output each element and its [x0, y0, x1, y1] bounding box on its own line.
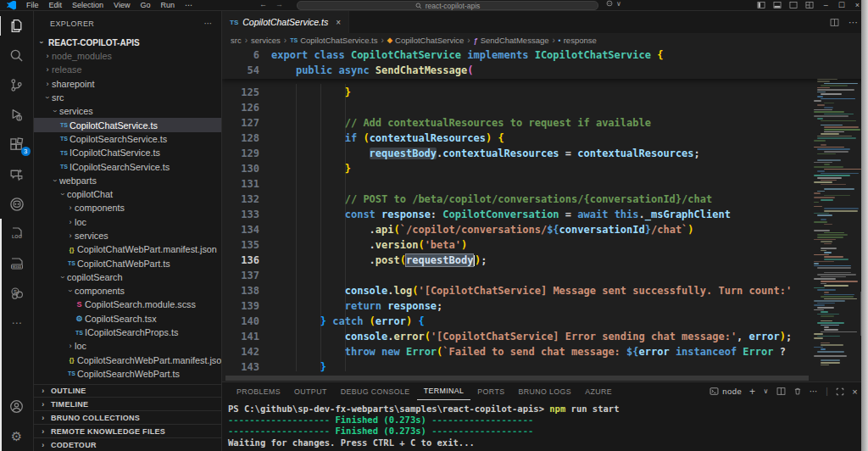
- breadcrumb-item-copilotchatservice.ts[interactable]: TSCopilotChatService.ts: [290, 36, 377, 45]
- tree-item-copilotchat[interactable]: ›copilotChat: [34, 187, 221, 201]
- tree-item-services[interactable]: ›services: [34, 104, 221, 118]
- code-line-128[interactable]: 128 if (contextualResources) {: [222, 131, 868, 146]
- minimize-button[interactable]: –: [824, 1, 828, 9]
- toggle-secondary-sidebar-icon[interactable]: [789, 1, 798, 9]
- explorer-more-icon[interactable]: ⋯: [204, 19, 213, 28]
- panel-more-icon[interactable]: ⋯: [810, 387, 818, 396]
- panel-tab-debug-console[interactable]: DEBUG CONSOLE: [334, 382, 417, 400]
- activitybar-run-debug[interactable]: [0, 100, 34, 130]
- tree-item-copilotsearch.tsx[interactable]: ⚙CopilotSearch.tsx: [34, 312, 221, 326]
- tree-item-copilotsearch.module.scss[interactable]: SCopilotSearch.module.scss: [34, 298, 221, 311]
- code-line-135[interactable]: 135 .version('beta'): [222, 237, 868, 253]
- code-line-142[interactable]: 142 throw new Error(`Failed to send chat…: [222, 344, 868, 359]
- tree-item-copilotsearchservice.ts[interactable]: TSCopilotSearchService.ts: [34, 132, 221, 146]
- editor-more-icon[interactable]: ⋯: [849, 17, 858, 28]
- section-remote-knowledge-files[interactable]: ›REMOTE KNOWLEDGE FILES: [34, 424, 221, 437]
- terminal-instance[interactable]: node: [709, 387, 742, 396]
- close-panel-icon[interactable]: ×: [852, 387, 858, 397]
- tree-item-loc[interactable]: ›loc: [34, 339, 221, 353]
- menu-run[interactable]: Run: [155, 1, 180, 9]
- kill-terminal-icon[interactable]: [793, 387, 802, 396]
- activitybar-copilot[interactable]: [0, 189, 34, 219]
- activitybar-extensions[interactable]: 3: [0, 130, 34, 159]
- minimap[interactable]: [812, 47, 860, 373]
- tree-item-icopilotchatservice.ts[interactable]: TSICopilotChatService.ts: [34, 146, 221, 159]
- code-editor[interactable]: 6export class CopilotChatService impleme…: [222, 47, 868, 381]
- forward-icon[interactable]: →: [275, 0, 283, 8]
- breadcrumb-item-src[interactable]: src: [231, 36, 242, 45]
- menu-selection[interactable]: Selection: [67, 1, 108, 9]
- panel-tab-problems[interactable]: PROBLEMS: [230, 382, 287, 400]
- workspace-root[interactable]: › REACT-COPILOT-APIS: [34, 36, 221, 49]
- code-line-125[interactable]: 125 }: [222, 85, 868, 100]
- section-timeline[interactable]: ›TIMELINE: [34, 397, 221, 410]
- split-terminal-icon[interactable]: [776, 387, 786, 396]
- tree-item-copilotsearchwebpart.manifest.json[interactable]: {}CopilotSearchWebPart.manifest.json: [34, 354, 221, 367]
- back-icon[interactable]: ←: [259, 0, 267, 8]
- code-line-141[interactable]: 141 console.error('[CopilotChatService] …: [222, 329, 868, 344]
- new-terminal-icon[interactable]: +: [749, 386, 755, 398]
- code-line-131[interactable]: 131: [222, 176, 868, 192]
- activitybar-more[interactable]: ⋯: [0, 308, 34, 337]
- menu-go[interactable]: Go: [135, 1, 155, 9]
- code-line-126[interactable]: 126: [222, 100, 868, 115]
- tree-item-webparts[interactable]: ›webparts: [34, 174, 221, 187]
- section-codetour[interactable]: ›CODETOUR: [34, 437, 221, 451]
- code-line-136[interactable]: 136 .post(requestBody);: [222, 253, 868, 268]
- activitybar-source-control[interactable]: [0, 70, 34, 100]
- code-line-129[interactable]: 129 requestBody.contextualResources = co…: [222, 146, 868, 161]
- tree-item-copilotsearch[interactable]: ›copilotSearch: [34, 270, 221, 284]
- code-line-130[interactable]: 130 }: [222, 161, 868, 176]
- copilot-menu[interactable]: ∨: [605, 0, 621, 8]
- code-line-139[interactable]: 139 return response;: [222, 298, 868, 314]
- menu-⋯[interactable]: ⋯: [180, 1, 198, 9]
- tree-item-node_modules[interactable]: ›node_modules: [34, 49, 221, 63]
- activitybar-spfx[interactable]: S: [0, 278, 34, 308]
- code-line-138[interactable]: 138 console.log('[CopilotChatService] Me…: [222, 283, 868, 298]
- activitybar-log[interactable]: LOG: [0, 219, 34, 248]
- split-editor-icon[interactable]: [830, 18, 839, 27]
- tree-item-copilotchatservice.ts[interactable]: TSCopilotChatService.ts: [34, 118, 221, 131]
- close-tab-icon[interactable]: ×: [336, 18, 341, 27]
- code-line-143[interactable]: 143 }: [222, 359, 868, 375]
- tree-item-icopilotsearchservice.ts[interactable]: TSICopilotSearchService.ts: [34, 159, 221, 173]
- activitybar-account[interactable]: [0, 392, 34, 421]
- tree-item-components[interactable]: ›components: [34, 284, 221, 298]
- customize-layout-icon[interactable]: [805, 1, 814, 9]
- section-outline[interactable]: ›OUTLINE: [34, 384, 221, 398]
- command-center-search[interactable]: react-copilot-apis: [297, 1, 598, 10]
- terminal-dropdown-icon[interactable]: ∨: [764, 387, 769, 395]
- panel-tab-bruno-logs[interactable]: BRUNO LOGS: [511, 382, 578, 400]
- toggle-panel-icon[interactable]: [773, 1, 782, 9]
- tree-item-sharepoint[interactable]: ›sharepoint: [34, 77, 221, 91]
- activitybar-search[interactable]: [0, 41, 34, 70]
- panel-tab-azure[interactable]: AZURE: [578, 382, 619, 400]
- tree-item-copilotchatwebpart.ts[interactable]: TSCopilotChatWebPart.ts: [34, 256, 221, 270]
- menu-view[interactable]: View: [108, 1, 135, 9]
- breadcrumb-item-services[interactable]: services: [251, 36, 281, 45]
- breadcrumb-item-response[interactable]: ▪response: [559, 36, 597, 45]
- panel-tab-output[interactable]: OUTPUT: [287, 382, 334, 400]
- maximize-panel-icon[interactable]: [836, 387, 844, 396]
- code-line-127[interactable]: 127 // Add contextualResources to reques…: [222, 115, 868, 131]
- code-line-140[interactable]: 140 } catch (error) {: [222, 314, 868, 329]
- breadcrumb-item-copilotchatservice[interactable]: ◆CopilotChatService: [387, 36, 464, 45]
- code-line-6[interactable]: 6export class CopilotChatService impleme…: [222, 47, 868, 63]
- menu-edit[interactable]: Edit: [44, 1, 68, 9]
- maximize-button[interactable]: ☐: [838, 1, 845, 9]
- tree-item-services[interactable]: ›services: [34, 229, 221, 242]
- horizontal-scrollbar[interactable]: [225, 376, 809, 381]
- code-line-132[interactable]: 132 // POST to /beta/copilot/conversatio…: [222, 192, 868, 207]
- toggle-sidebar-icon[interactable]: [757, 1, 765, 9]
- code-line-54[interactable]: 54 public async SendChatMessage(: [222, 63, 868, 78]
- tab-copilotchatservice[interactable]: TS CopilotChatService.ts ×: [222, 11, 349, 33]
- code-line-134[interactable]: 134 .api(`/copilot/conversations/${conve…: [222, 222, 868, 237]
- code-line-137[interactable]: 137: [222, 268, 868, 283]
- section-bruno-collections[interactable]: ›BRUNO COLLECTIONS: [34, 410, 221, 424]
- panel-tab-ports[interactable]: PORTS: [470, 382, 511, 400]
- activitybar-chat[interactable]: [0, 159, 34, 189]
- terminal-output[interactable]: PS C:\github\sp-dev-fx-webparts\samples\…: [222, 400, 868, 451]
- close-button[interactable]: ×: [855, 1, 860, 9]
- menu-file[interactable]: File: [21, 1, 44, 9]
- tree-item-icopilotsearchprops.ts[interactable]: TSICopilotSearchProps.ts: [34, 326, 221, 339]
